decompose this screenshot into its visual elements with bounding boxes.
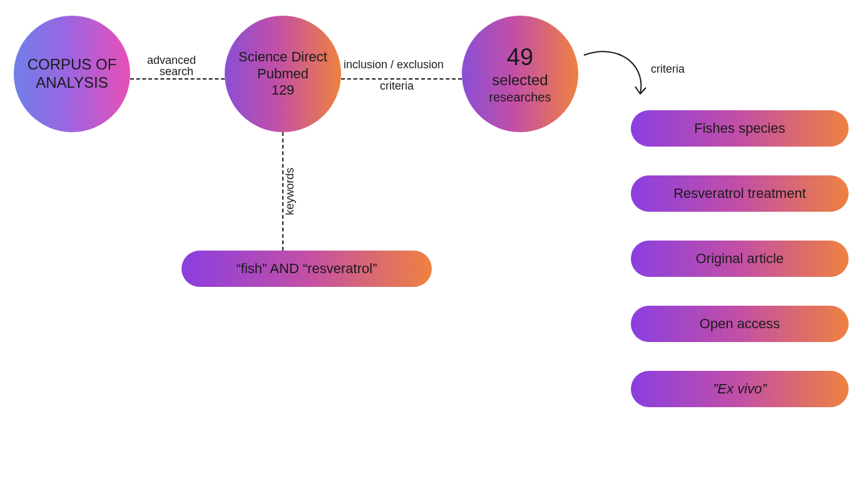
pill-keywords-text: “fish” AND “resveratrol” <box>237 261 377 277</box>
node-databases-line2: Pubmed <box>257 66 309 82</box>
criteria-item-label: Fishes species <box>694 120 785 137</box>
criteria-item-label: Original article <box>696 251 784 267</box>
node-corpus-line1: CORPUS OF <box>28 56 117 74</box>
criteria-item-label: Open access <box>700 316 780 332</box>
node-corpus-line2: ANALYSIS <box>36 74 108 92</box>
arrow-selected-to-criteria <box>581 49 656 105</box>
node-databases-line1: Science Direct <box>238 49 327 65</box>
criteria-item: Open access <box>631 306 849 342</box>
diagram-stage: CORPUS OF ANALYSIS advanced search Scien… <box>0 0 868 488</box>
connector-keywords-label: keywords <box>283 167 297 215</box>
criteria-item: Original article <box>631 241 849 277</box>
arrow-criteria-label: criteria <box>651 63 685 76</box>
criteria-item-label: ”Ex vivo” <box>713 381 767 397</box>
node-selected-count: 49 <box>507 43 533 72</box>
node-corpus-of-analysis: CORPUS OF ANALYSIS <box>14 16 130 132</box>
node-selected-researches: 49 selected researches <box>462 16 578 132</box>
connector2-label-line1: inclusion / exclusion <box>344 59 444 71</box>
pill-keywords: “fish” AND “resveratrol” <box>181 251 432 287</box>
criteria-item: Resveratrol treatment <box>631 175 849 212</box>
connector-corpus-to-databases <box>130 78 225 80</box>
connector1-label-line2: search <box>160 66 193 78</box>
criteria-list: Fishes species Resveratrol treatment Ori… <box>631 110 849 407</box>
node-databases-count: 129 <box>272 82 295 98</box>
criteria-item-label: Resveratrol treatment <box>673 185 806 202</box>
connector2-label-line2: criteria <box>380 80 414 92</box>
node-selected-line2: researches <box>489 90 551 105</box>
criteria-item: ”Ex vivo” <box>631 371 849 407</box>
node-selected-line1: selected <box>492 71 548 90</box>
node-databases: Science Direct Pubmed 129 <box>225 16 341 132</box>
criteria-item: Fishes species <box>631 110 849 147</box>
